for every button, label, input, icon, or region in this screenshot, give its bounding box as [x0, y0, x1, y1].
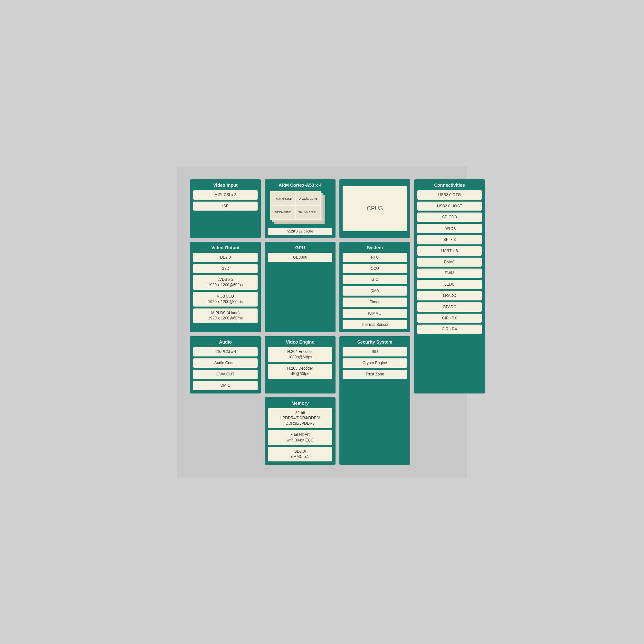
cpus-block: CPUS [339, 179, 410, 238]
list-item: EMAC [417, 258, 482, 267]
audio-block: Audio I2S/PCM x 4 Audio Codec OWA OUT DM… [190, 336, 261, 393]
list-item: Thermal Sensor [343, 320, 407, 329]
chip-diagram: Video Input MIPI-CSI x 2 ISP ARM Cortex-… [190, 179, 454, 465]
arm-cell-icache: I cache 32KB [271, 192, 295, 205]
connectivities-title: Connectivities [417, 183, 482, 188]
security-title: Security System [343, 339, 407, 345]
list-item: CIR - TX [417, 314, 482, 323]
memory-title: Memory [268, 401, 332, 406]
arm-cell-dcache: D cache 32KB [296, 192, 320, 205]
list-item: 32-bit LPDDR4/DDR4/DDR3/ DDR3L/LPDDR3 [268, 408, 332, 428]
list-item: 8-bit NDFC with 80-bit ECC [268, 430, 332, 445]
video-engine-block: Video Engine H.264 Encoder 1080p@60fps H… [265, 336, 336, 393]
arm-block: ARM Cortex-A53 x 4 I cache 32KB D cache … [265, 179, 336, 238]
list-item: H.264 Encoder 1080p@60fps [268, 347, 332, 362]
list-item: GIC [343, 275, 407, 284]
list-item: GE8300 [268, 253, 332, 262]
list-item: Timer [343, 298, 407, 307]
list-item: IOMMU [343, 309, 407, 318]
video-input-block: Video Input MIPI-CSI x 2 ISP [190, 179, 261, 238]
gpu-block: GPU GE8300 [265, 242, 336, 333]
list-item: G2D [193, 264, 258, 273]
list-item: H.265 Decoder 4K@30fps [268, 364, 332, 379]
list-item: LEDC [417, 280, 482, 289]
arm-card-main: I cache 32KB D cache 32KB NEON SIMD Thum… [270, 191, 321, 220]
list-item: DMA [343, 286, 407, 296]
gpu-title: GPU [268, 245, 332, 250]
main-container: Video Input MIPI-CSI x 2 ISP ARM Cortex-… [177, 166, 467, 478]
list-item: I2S/PCM x 4 [193, 347, 258, 356]
video-input-title: Video Input [193, 183, 258, 188]
list-item: USB2.0 OTG [417, 190, 482, 200]
list-item: SPI x 3 [417, 235, 482, 244]
list-item: MIPI DSI(4 lane) 1920 x 1200@60fps [193, 308, 258, 323]
list-item: ISP [193, 202, 258, 211]
arm-cards: I cache 32KB D cache 32KB NEON SIMD Thum… [268, 190, 332, 226]
arm-cell-thumb: Thumb-2 /FPU [296, 206, 320, 219]
memory-block: Memory 32-bit LPDDR4/DDR4/DDR3/ DDR3L/LP… [265, 397, 336, 465]
connectivities-block: Connectivities USB2.0 OTG USB2.0 HOST SD… [414, 179, 485, 393]
list-item: Audio Codec [193, 358, 258, 368]
list-item: RGB LCD 1920 x 1200@60fps [193, 292, 258, 307]
list-item: GPADC [417, 302, 482, 312]
arm-cache-bar: 512KB L2 cache [268, 228, 332, 235]
list-item: OWA OUT [193, 370, 258, 379]
list-item: LVDS x 2 1920 x 1200@60fps [193, 275, 258, 290]
list-item: DE2.0 [193, 253, 258, 262]
system-title: System [343, 245, 407, 250]
system-block: System RTC CCU GIC DMA Timer IOMMU Therm… [339, 242, 410, 333]
video-output-title: Video Output [193, 245, 258, 250]
security-block: Security System SID Crypto Engine Trust … [339, 336, 410, 465]
list-item: CCU [343, 264, 407, 273]
list-item: CIR - RX [417, 325, 482, 334]
list-item: SDIO3.0 [417, 213, 482, 222]
video-output-block: Video Output DE2.0 G2D LVDS x 2 1920 x 1… [190, 242, 261, 333]
list-item: LRADC [417, 291, 482, 300]
list-item: SID [343, 347, 407, 356]
arm-cell-neon: NEON SIMD [271, 206, 295, 219]
list-item: UART x 6 [417, 246, 482, 256]
list-item: Trust Zone [343, 370, 407, 379]
list-item: SD3.0/ eMMC 5.1 [268, 447, 332, 462]
list-item: USB2.0 HOST [417, 202, 482, 211]
list-item: RTC [343, 253, 407, 262]
cpus-label: CPUS [343, 186, 407, 231]
list-item: TWI x 6 [417, 224, 482, 233]
list-item: Crypto Engine [343, 358, 407, 368]
audio-title: Audio [193, 339, 258, 345]
arm-title: ARM Cortex-A53 x 4 [268, 183, 332, 188]
list-item: MIPI-CSI x 2 [193, 190, 258, 200]
video-engine-title: Video Engine [268, 339, 332, 345]
list-item: DMIC [193, 381, 258, 390]
list-item: PWM [417, 269, 482, 278]
